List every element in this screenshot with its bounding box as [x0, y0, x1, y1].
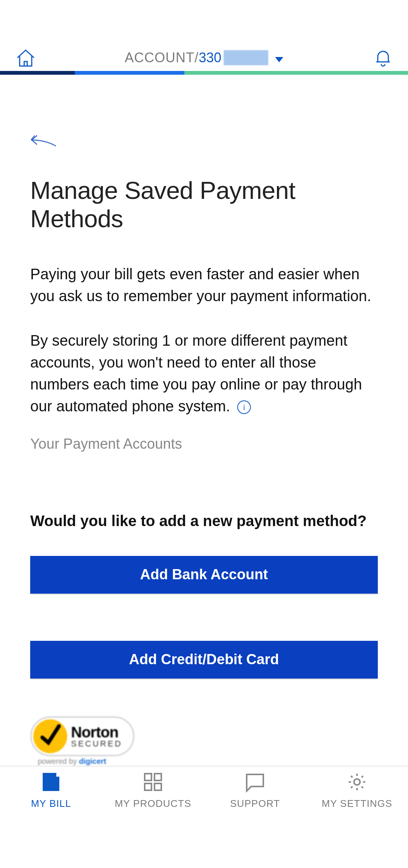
tab-my-settings[interactable]: MY SETTINGS: [306, 766, 408, 815]
tab-label: SUPPORT: [230, 798, 280, 810]
chevron-down-icon: [275, 50, 283, 66]
tab-label: MY BILL: [31, 798, 71, 810]
add-credit-debit-card-button[interactable]: Add Credit/Debit Card: [30, 641, 378, 679]
brand-stripe: [0, 71, 408, 75]
bill-icon: [40, 771, 62, 793]
svg-point-4: [354, 779, 360, 785]
intro-paragraph-1: Paying your bill gets even faster and ea…: [30, 263, 378, 307]
settings-icon: [346, 771, 368, 793]
add-method-prompt: Would you like to add a new payment meth…: [30, 512, 378, 529]
account-number: 330: [199, 50, 221, 66]
svg-rect-1: [155, 774, 161, 780]
tab-label: MY PRODUCTS: [115, 798, 192, 810]
bottom-tab-bar: MY BILL MY PRODUCTS SUPPORT MY SETTINGS: [0, 766, 408, 815]
support-icon: [244, 771, 266, 793]
svg-rect-0: [145, 774, 151, 780]
account-label: ACCOUNT/: [125, 50, 199, 66]
nav-bar-spacer: [0, 814, 408, 868]
products-icon: [142, 771, 164, 793]
account-number-masked: [224, 50, 268, 65]
back-button[interactable]: [30, 131, 57, 150]
svg-rect-2: [145, 783, 151, 790]
tab-my-products[interactable]: MY PRODUCTS: [102, 766, 204, 815]
norton-powered-by: powered by digicert: [38, 757, 106, 766]
app-header: ACCOUNT/330: [0, 45, 408, 71]
tab-support[interactable]: SUPPORT: [204, 766, 306, 815]
back-arrow-icon: [30, 133, 57, 148]
intro-paragraph-2: By securely storing 1 or more different …: [30, 329, 378, 417]
main-content: Manage Saved Payment Methods Paying your…: [0, 75, 408, 765]
payment-accounts-label: Your Payment Accounts: [30, 436, 378, 452]
norton-checkmark-icon: [33, 719, 67, 753]
norton-secured-badge: Norton SECURED powered by digicert: [30, 716, 378, 766]
page-title: Manage Saved Payment Methods: [30, 177, 378, 232]
norton-brand: Norton: [71, 725, 122, 740]
tab-label: MY SETTINGS: [322, 798, 393, 810]
tab-my-bill[interactable]: MY BILL: [0, 766, 102, 815]
status-bar-spacer: [0, 0, 408, 45]
info-icon[interactable]: i: [237, 400, 251, 414]
svg-rect-3: [155, 783, 161, 790]
home-button[interactable]: [15, 48, 36, 67]
notifications-button[interactable]: [373, 48, 393, 68]
home-icon: [16, 49, 36, 67]
bell-icon: [375, 48, 391, 67]
norton-secured-text: SECURED: [71, 740, 122, 748]
account-dropdown[interactable]: ACCOUNT/330: [125, 50, 283, 66]
add-bank-account-button[interactable]: Add Bank Account: [30, 556, 378, 594]
